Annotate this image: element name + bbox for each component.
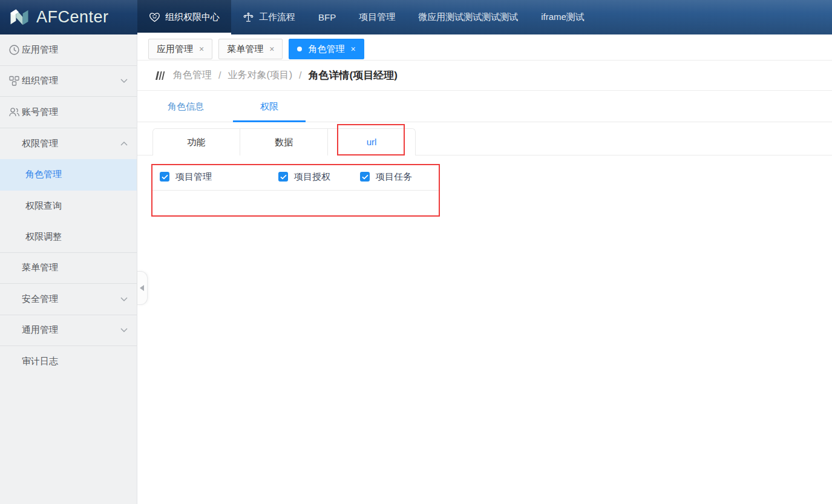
sidebar-item-label: 权限调整 xyxy=(25,231,62,243)
breadcrumb-bars-icon xyxy=(154,71,166,80)
sidebar: 应用管理 组织管理 账号管理 权限管理 xyxy=(0,34,137,504)
active-dot-icon xyxy=(297,47,302,51)
workspace-tab-label: 菜单管理 xyxy=(227,44,263,55)
nav-item-label: 工作流程 xyxy=(259,11,295,23)
sidebar-item-label: 组织管理 xyxy=(22,75,58,87)
tab-permission[interactable]: 权限 xyxy=(233,91,306,122)
workspace-tab-label: 应用管理 xyxy=(157,44,193,55)
tab-function[interactable]: 功能 xyxy=(152,128,240,155)
sidebar-item-permission-query[interactable]: 权限查询 xyxy=(0,191,137,222)
nav-item-bfp[interactable]: BFP xyxy=(307,0,347,34)
sidebar-item-role-management[interactable]: 角色管理 xyxy=(0,159,137,191)
role-detail-tabs: 角色信息 权限 xyxy=(137,91,832,122)
checkbox-checked-icon[interactable] xyxy=(278,172,288,182)
workspace-tab-label: 角色管理 xyxy=(308,44,344,55)
checkbox-project-task[interactable]: 项目任务 xyxy=(360,169,412,184)
checkbox-label[interactable]: 项目管理 xyxy=(175,171,212,183)
top-navbar: AFCenter 组织权限中心 xyxy=(0,0,832,34)
breadcrumb-role-management[interactable]: 角色管理 xyxy=(173,69,212,82)
nav-item-label: BFP xyxy=(318,12,336,22)
sidebar-item-app-management[interactable]: 应用管理 xyxy=(0,34,137,66)
nav-item-iframe-test[interactable]: iframe测试 xyxy=(529,0,596,34)
sidebar-item-audit-log[interactable]: 审计日志 xyxy=(0,346,137,378)
permission-type-tabs: 功能 数据 url xyxy=(137,128,832,155)
nav-item-org-permission-center[interactable]: 组织权限中心 xyxy=(137,0,231,34)
chevron-up-icon xyxy=(120,142,128,146)
chevron-down-icon xyxy=(120,297,128,301)
sidebar-item-label: 账号管理 xyxy=(22,106,58,118)
close-icon[interactable]: × xyxy=(350,45,355,53)
active-tab-inkbar xyxy=(233,120,306,122)
checkbox-checked-icon[interactable] xyxy=(160,172,169,182)
breadcrumb-business-object[interactable]: 业务对象(项目) xyxy=(228,69,292,82)
nav-item-label: 项目管理 xyxy=(359,11,395,23)
breadcrumb: 角色管理 / 业务对象(项目) / 角色详情(项目经理) xyxy=(137,61,832,91)
nav-item-label: iframe测试 xyxy=(541,11,585,23)
sidebar-item-account-management[interactable]: 账号管理 xyxy=(0,97,137,128)
close-icon[interactable]: × xyxy=(199,45,204,53)
breadcrumb-separator: / xyxy=(299,70,301,81)
scale-icon xyxy=(243,12,254,23)
chevron-down-icon xyxy=(120,79,128,83)
org-icon xyxy=(8,75,20,87)
workspace-tab-app-management[interactable]: 应用管理 × xyxy=(148,39,212,59)
sidebar-item-menu-management[interactable]: 菜单管理 xyxy=(0,253,137,284)
url-permission-panel: 项目管理 项目授权 项目任务 xyxy=(137,164,832,217)
chevron-down-icon xyxy=(120,328,128,332)
sidebar-item-label: 菜单管理 xyxy=(22,262,58,273)
sidebar-item-label: 应用管理 xyxy=(22,44,58,56)
main-content: 应用管理 × 菜单管理 × 角色管理 × 角色管理 / 业务对象(项目) / 角… xyxy=(137,34,832,504)
heart-smile-icon xyxy=(149,12,160,22)
sidebar-item-general-management[interactable]: 通用管理 xyxy=(0,315,137,347)
tab-url[interactable]: url xyxy=(328,128,416,155)
nav-item-workflow[interactable]: 工作流程 xyxy=(231,0,307,34)
checkbox-checked-icon[interactable] xyxy=(360,172,370,182)
nav-item-label: 微应用测试测试测试测试 xyxy=(418,11,518,23)
collapse-left-arrow-icon xyxy=(140,285,144,291)
clock-icon xyxy=(8,44,20,56)
checkbox-project-management[interactable]: 项目管理 xyxy=(160,169,212,184)
close-icon[interactable]: × xyxy=(269,45,274,53)
sidebar-collapse-handle[interactable] xyxy=(137,271,148,305)
afcenter-logo-icon xyxy=(8,7,31,28)
nav-item-label: 组织权限中心 xyxy=(165,11,220,23)
workspace-tab-menu-management[interactable]: 菜单管理 × xyxy=(218,39,283,59)
checkbox-label[interactable]: 项目任务 xyxy=(376,171,412,183)
sidebar-item-label: 审计日志 xyxy=(22,356,58,367)
breadcrumb-separator: / xyxy=(218,70,221,81)
nav-item-microapp-test[interactable]: 微应用测试测试测试测试 xyxy=(407,0,529,34)
sidebar-item-security-management[interactable]: 安全管理 xyxy=(0,284,137,315)
sidebar-item-label: 权限查询 xyxy=(25,200,62,212)
top-nav-menu: 组织权限中心 工作流程 BFP 项目管理 微应用测试测试测试测试 xyxy=(137,0,832,34)
breadcrumb-role-detail: 角色详情(项目经理) xyxy=(309,68,398,82)
workspace-tabbar: 应用管理 × 菜单管理 × 角色管理 × xyxy=(137,34,832,61)
sidebar-item-org-management[interactable]: 组织管理 xyxy=(0,66,137,97)
app-title: AFCenter xyxy=(36,8,109,27)
row-divider xyxy=(151,190,440,191)
sidebar-item-label: 通用管理 xyxy=(22,324,58,336)
sidebar-item-label: 角色管理 xyxy=(25,169,62,180)
checkbox-label[interactable]: 项目授权 xyxy=(294,171,330,183)
sidebar-item-permission-management[interactable]: 权限管理 xyxy=(0,128,137,160)
sidebar-item-permission-adjust[interactable]: 权限调整 xyxy=(0,221,137,253)
tab-role-info[interactable]: 角色信息 xyxy=(149,91,222,122)
app-logo: AFCenter xyxy=(0,0,137,34)
nav-item-project-management[interactable]: 项目管理 xyxy=(347,0,407,34)
sidebar-item-label: 权限管理 xyxy=(22,138,58,149)
workspace-tab-role-management[interactable]: 角色管理 × xyxy=(289,39,364,59)
tab-data[interactable]: 数据 xyxy=(240,128,328,155)
users-icon xyxy=(8,106,20,117)
sidebar-item-label: 安全管理 xyxy=(22,293,58,305)
checkbox-project-authorization[interactable]: 项目授权 xyxy=(278,169,330,184)
